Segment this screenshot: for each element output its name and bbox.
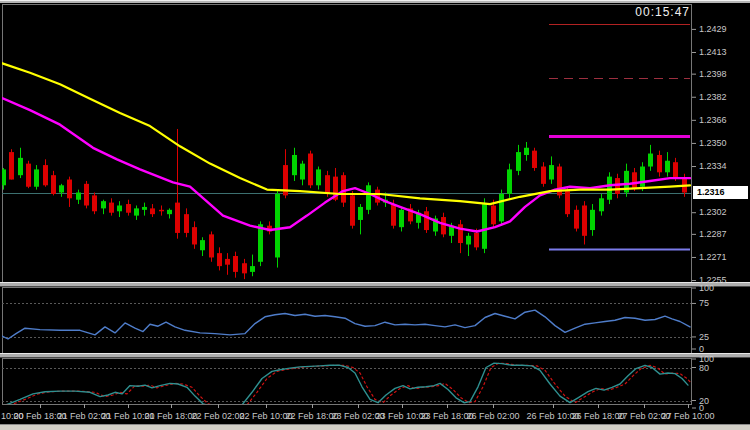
price-axis[interactable] [692, 4, 750, 404]
main-chart-pane[interactable] [2, 4, 691, 282]
time-axis[interactable] [0, 404, 692, 421]
indicator2-pane[interactable] [2, 358, 691, 404]
indicator1-pane[interactable] [2, 287, 691, 353]
window-bottom-border [0, 424, 750, 430]
panel-separator-2[interactable] [0, 353, 750, 358]
panel-separator-1[interactable] [0, 282, 750, 287]
trading-terminal-window: 00:15:47 1.2316 1.24291.24131.23981.2382… [0, 0, 750, 430]
